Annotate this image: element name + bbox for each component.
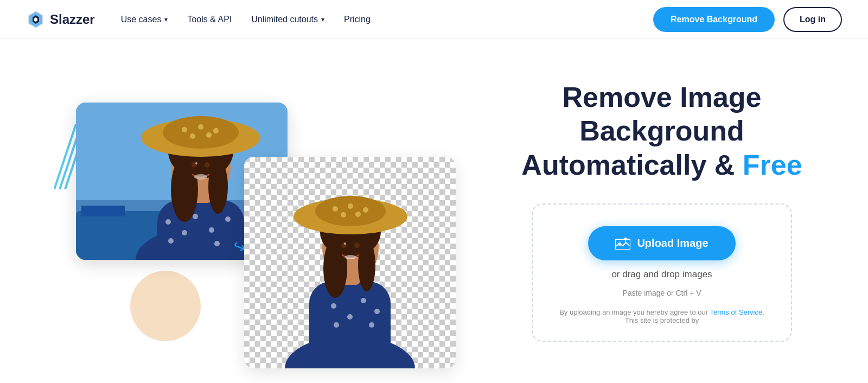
svg-point-51 — [315, 196, 386, 226]
svg-rect-6 — [81, 206, 125, 216]
hero-image-area: ↪ — [33, 59, 477, 363]
navbar: Slazzer Use cases ▾ Tools & API Unlimite… — [0, 0, 868, 39]
svg-point-54 — [363, 207, 368, 213]
paste-text: Paste image or Ctrl + V — [622, 289, 701, 297]
svg-line-2 — [54, 124, 76, 189]
logo-icon — [26, 10, 46, 29]
drag-drop-text: or drag and drop images — [611, 269, 712, 280]
svg-point-23 — [182, 127, 187, 132]
transparent-bg-illustration — [244, 157, 456, 368]
svg-point-30 — [195, 162, 197, 164]
svg-point-27 — [206, 132, 212, 138]
svg-point-39 — [331, 303, 336, 309]
chevron-down-icon: ▾ — [164, 16, 168, 23]
svg-point-11 — [193, 214, 198, 219]
svg-point-44 — [369, 322, 374, 328]
svg-point-55 — [341, 212, 346, 218]
logo-text: Slazzer — [50, 12, 95, 27]
terms-of-service-link[interactable]: Terms of Service — [710, 308, 762, 316]
svg-point-20 — [208, 159, 228, 214]
nav-left: Slazzer Use cases ▾ Tools & API Unlimite… — [26, 10, 371, 29]
svg-point-49 — [358, 239, 375, 291]
svg-point-24 — [198, 124, 203, 130]
nav-links: Use cases ▾ Tools & API Unlimited cutout… — [121, 15, 371, 24]
svg-point-60 — [344, 255, 356, 259]
nav-unlimited-cutouts[interactable]: Unlimited cutouts ▾ — [251, 15, 324, 24]
svg-point-10 — [182, 230, 187, 235]
svg-point-53 — [348, 203, 353, 209]
svg-point-22 — [163, 116, 239, 149]
upload-box: Upload Image or drag and drop images Pas… — [532, 203, 792, 342]
nav-pricing[interactable]: Pricing — [344, 15, 371, 24]
svg-point-42 — [374, 309, 380, 314]
svg-point-52 — [333, 206, 338, 212]
logo[interactable]: Slazzer — [26, 10, 95, 29]
removed-background-card — [244, 157, 456, 368]
svg-point-15 — [214, 241, 220, 246]
login-button[interactable]: Log in — [783, 7, 842, 32]
svg-point-59 — [344, 242, 346, 245]
svg-point-12 — [209, 227, 214, 233]
svg-point-40 — [347, 314, 353, 320]
svg-rect-38 — [309, 282, 391, 368]
decorative-circle — [130, 271, 201, 341]
svg-point-31 — [194, 174, 207, 180]
terms-text: By uploading an image you hereby agree t… — [554, 308, 769, 324]
svg-point-9 — [165, 219, 171, 225]
svg-point-13 — [225, 216, 231, 222]
svg-point-56 — [355, 212, 361, 217]
hero-title: Remove Image Background Automatically & … — [499, 80, 825, 182]
hero-content: Remove Image Background Automatically & … — [499, 80, 825, 342]
svg-point-25 — [213, 128, 219, 133]
svg-point-26 — [190, 133, 195, 139]
nav-tools-api[interactable]: Tools & API — [187, 15, 232, 24]
svg-point-29 — [205, 162, 210, 168]
svg-point-41 — [361, 298, 366, 303]
upload-image-icon — [615, 238, 630, 250]
upload-image-button[interactable]: Upload Image — [588, 226, 735, 260]
nav-use-cases[interactable]: Use cases ▾ — [121, 15, 168, 24]
chevron-down-icon-2: ▾ — [321, 16, 324, 23]
svg-point-43 — [334, 322, 339, 328]
nav-right: Remove Background Log in — [653, 7, 842, 32]
svg-point-14 — [168, 238, 174, 244]
main-content: ↪ — [0, 39, 868, 383]
remove-background-button[interactable]: Remove Background — [653, 7, 775, 32]
svg-point-58 — [354, 242, 360, 248]
